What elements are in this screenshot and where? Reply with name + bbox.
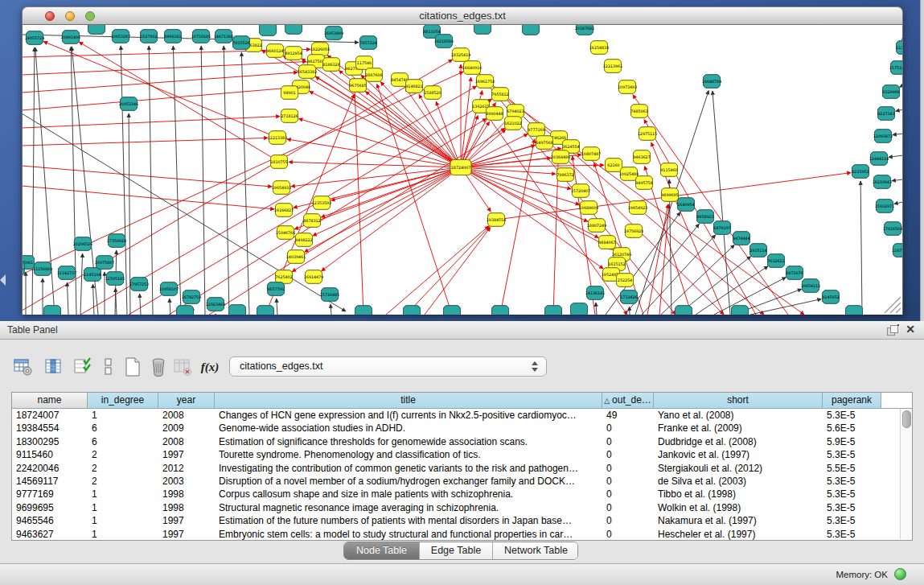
- graph-node[interactable]: 15716485: [320, 288, 339, 302]
- graph-node[interactable]: 16648784: [702, 75, 721, 89]
- graph-node[interactable]: [523, 25, 540, 35]
- graph-node[interactable]: 1117304: [896, 41, 902, 55]
- graph-edge[interactable]: [469, 168, 556, 174]
- graph-node[interactable]: 10958107: [159, 282, 179, 296]
- graph-edge[interactable]: [889, 155, 902, 157]
- graph-edge[interactable]: [321, 170, 453, 217]
- graph-node[interactable]: 1621022: [504, 117, 521, 130]
- tab-edge-table[interactable]: Edge Table: [420, 542, 493, 559]
- graph-edge[interactable]: [80, 253, 83, 315]
- graph-edge[interactable]: [892, 179, 902, 181]
- graph-edge[interactable]: [23, 88, 291, 110]
- graph-edge[interactable]: [596, 303, 597, 315]
- graph-node[interactable]: 9675685: [349, 79, 366, 93]
- graph-node[interactable]: 10654112: [801, 279, 820, 293]
- table-row[interactable]: 2242004622012Investigating the contribut…: [12, 462, 912, 475]
- graph-node[interactable]: [229, 305, 246, 315]
- graph-node[interactable]: 62160: [606, 159, 622, 172]
- graph-node[interactable]: 12923468: [206, 298, 225, 311]
- float-panel-icon[interactable]: [887, 324, 899, 336]
- trash-icon[interactable]: [146, 355, 170, 379]
- graph-edge[interactable]: [92, 284, 94, 315]
- graph-edge[interactable]: [289, 162, 453, 167]
- graph-edge[interactable]: [23, 138, 268, 146]
- panel-collapse-notch[interactable]: [0, 274, 6, 286]
- graph-node[interactable]: 8466161: [164, 30, 181, 43]
- scrollbar-thumb[interactable]: [902, 410, 911, 428]
- graph-edge[interactable]: [635, 90, 708, 315]
- graph-node[interactable]: 7815526: [232, 36, 249, 50]
- graph-node[interactable]: 1527602: [140, 30, 157, 43]
- column-header-short[interactable]: short: [654, 393, 823, 408]
- graph-node[interactable]: 20364486: [551, 150, 570, 164]
- network-canvas[interactable]: 1872400776638229660124891295418226058982…: [22, 25, 903, 315]
- graph-node[interactable]: 98901: [281, 86, 298, 100]
- graph-node[interactable]: 16053809: [324, 27, 343, 40]
- graph-node[interactable]: 15046766: [276, 226, 295, 240]
- graph-node[interactable]: 8186328: [322, 58, 339, 72]
- column-header-in_degree[interactable]: in_degree: [88, 393, 158, 408]
- graph-node[interactable]: 19384554: [487, 213, 506, 227]
- window-resize-grip-icon[interactable]: [885, 297, 901, 313]
- graph-node[interactable]: [732, 306, 749, 315]
- graph-node[interactable]: 9660124: [266, 44, 283, 58]
- graph-edge[interactable]: [860, 181, 862, 315]
- graph-node[interactable]: 10719185: [191, 30, 211, 43]
- graph-edge[interactable]: [331, 304, 331, 315]
- graph-edge[interactable]: [894, 202, 902, 204]
- graph-node[interactable]: [444, 306, 461, 315]
- column-header-title[interactable]: title: [215, 393, 602, 408]
- graph-node[interactable]: 9857791: [267, 282, 284, 296]
- graph-node[interactable]: 8878312: [303, 214, 320, 228]
- network-window-titlebar[interactable]: citations_edges.txt: [22, 6, 903, 25]
- graph-node[interactable]: 14055724: [25, 31, 44, 45]
- graph-node[interactable]: 9245652: [822, 290, 839, 304]
- graph-node[interactable]: 10653287: [111, 30, 130, 43]
- graph-edge[interactable]: [893, 134, 902, 135]
- graph-node[interactable]: 14039461: [286, 250, 306, 264]
- graph-edge[interactable]: [425, 228, 491, 315]
- graph-node[interactable]: 7485063: [630, 105, 647, 118]
- close-panel-icon[interactable]: ✕: [904, 323, 917, 336]
- graph-edge[interactable]: [310, 91, 454, 163]
- graph-node[interactable]: 9899695: [661, 188, 678, 202]
- graph-node[interactable]: 16782759: [182, 290, 201, 304]
- graph-node[interactable]: 16154838: [589, 41, 609, 55]
- graph-node[interactable]: 18226058: [310, 43, 330, 56]
- graph-node[interactable]: 9495758: [635, 176, 652, 190]
- graph-edge[interactable]: [140, 294, 141, 315]
- graph-node[interactable]: 6497568: [536, 136, 552, 150]
- graph-node[interactable]: 12505185: [105, 272, 125, 286]
- graph-node[interactable]: [257, 306, 274, 315]
- graph-node[interactable]: 15720407: [571, 184, 590, 198]
- graph-node[interactable]: 20206526: [73, 237, 92, 251]
- graph-node[interactable]: 12142737: [57, 266, 76, 280]
- graph-node[interactable]: 9329966: [882, 85, 899, 99]
- graph-edge[interactable]: [647, 204, 668, 315]
- column-header-out_de[interactable]: △out_de…: [602, 393, 654, 408]
- table-settings-icon[interactable]: [11, 355, 35, 379]
- graph-edge[interactable]: [322, 172, 454, 271]
- table-selector-dropdown[interactable]: citations_edges.txt: [229, 356, 547, 377]
- graph-edge[interactable]: [896, 109, 902, 111]
- graph-node[interactable]: 20387682: [575, 25, 594, 35]
- table-row[interactable]: 1456911722003Disruption of a novel membe…: [12, 475, 912, 488]
- graph-node[interactable]: 20891406: [61, 31, 80, 44]
- graph-edge[interactable]: [169, 118, 487, 315]
- graph-edge[interactable]: [468, 134, 528, 163]
- graph-node[interactable]: 18724007: [450, 160, 471, 175]
- graph-node[interactable]: 20053346: [119, 97, 138, 111]
- graph-node[interactable]: 9115460: [660, 163, 677, 177]
- graph-edge[interactable]: [500, 139, 535, 315]
- graph-node[interactable]: 8912954: [285, 47, 302, 60]
- table-row[interactable]: 946362711997Embryonic stem cells: a mode…: [12, 528, 912, 541]
- column-header-name[interactable]: name: [12, 393, 88, 408]
- graph-edge[interactable]: [313, 171, 454, 236]
- table-row[interactable]: 1872400712008Changes of HCN gene express…: [12, 409, 912, 422]
- graph-node[interactable]: 8215953: [852, 165, 869, 179]
- graph-edge[interactable]: [436, 101, 458, 159]
- graph-edge[interactable]: [32, 47, 35, 315]
- graph-node[interactable]: 12213383: [268, 131, 287, 145]
- graph-node[interactable]: 1733426: [620, 290, 637, 304]
- graph-node[interactable]: [676, 306, 692, 315]
